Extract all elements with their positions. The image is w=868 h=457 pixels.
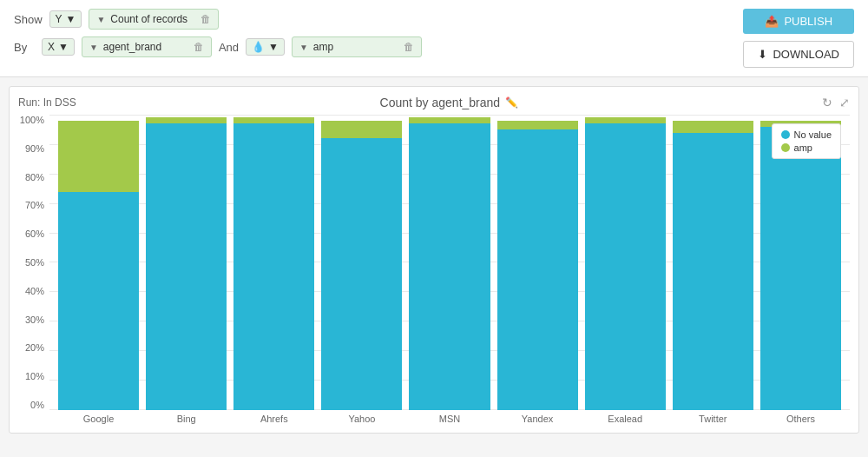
y-field-arrow-icon: ▼: [96, 15, 105, 24]
chart-plot: [49, 115, 850, 410]
y-field-trash-icon[interactable]: 🗑: [201, 13, 211, 25]
y-axis-label: 20%: [25, 342, 44, 353]
y-axis-label: 70%: [25, 200, 44, 210]
publish-label: PUBLISH: [784, 15, 832, 28]
color-icon: 💧: [252, 41, 265, 53]
color-field-label: amp: [313, 41, 333, 53]
y-axis-badge[interactable]: Y ▼: [49, 10, 82, 28]
y-axis-label: 40%: [25, 286, 44, 296]
bar-stack: [409, 117, 490, 410]
bar-stack: [760, 121, 841, 410]
y-axis-label: 60%: [25, 228, 44, 239]
x-axis-label: Others: [760, 414, 841, 424]
legend-label: amp: [794, 142, 812, 153]
bar-group: [760, 115, 841, 410]
bar-group: [409, 115, 490, 410]
bar-group: [58, 115, 139, 410]
publish-icon: 📤: [765, 15, 779, 28]
bar-stack: [233, 117, 314, 410]
bar-stack: [146, 117, 227, 410]
chart-title-area: Count by agent_brand ✏️: [380, 96, 519, 109]
color-arrow-icon: ▼: [268, 41, 279, 53]
chart-area: 100%90%80%70%60%50%40%30%20%10%0% Google…: [18, 115, 850, 424]
y-axis-label: 100%: [20, 115, 44, 125]
x-axis-letter: X: [48, 41, 55, 53]
bar-stack: [321, 121, 402, 410]
x-axis-label: Yandex: [497, 414, 578, 424]
download-button[interactable]: ⬇ DOWNLOAD: [743, 41, 854, 68]
controls-right: 📤 PUBLISH ⬇ DOWNLOAD: [743, 9, 854, 68]
x-axis-label: Twitter: [673, 414, 753, 424]
expand-icon[interactable]: ⤢: [839, 96, 850, 109]
bar-stack: [497, 121, 578, 410]
chart-action-icons: ↻ ⤢: [822, 96, 850, 109]
y-arrow-icon: ▼: [66, 13, 76, 25]
color-field-trash-icon[interactable]: 🗑: [404, 41, 414, 53]
plot-area: GoogleBingAhrefsYahooMSNYandexExaleadTwi…: [49, 115, 850, 424]
bar-segment-green: [673, 121, 753, 133]
bar-segment-blue: [409, 123, 490, 410]
bar-segment-green: [146, 117, 227, 123]
x-field-pill[interactable]: ▼ agent_brand 🗑: [82, 36, 212, 57]
y-field-pill[interactable]: ▼ Count of records 🗑: [89, 9, 219, 30]
color-field-pill[interactable]: ▼ amp 🗑: [292, 36, 422, 57]
chart-container: Run: In DSS Count by agent_brand ✏️ ↻ ⤢ …: [9, 86, 859, 434]
show-row: Show Y ▼ ▼ Count of records 🗑: [14, 9, 733, 30]
legend-dot-blue: [781, 130, 790, 139]
y-axis: 100%90%80%70%60%50%40%30%20%10%0%: [18, 115, 49, 410]
bar-segment-blue: [233, 123, 314, 410]
bar-segment-blue: [760, 127, 841, 410]
bar-segment-green: [321, 121, 402, 138]
bar-group: [233, 115, 314, 410]
legend-label: No value: [794, 129, 832, 140]
y-axis-label: 90%: [25, 143, 44, 154]
bar-stack: [58, 121, 139, 410]
x-axis-label: Exalead: [585, 414, 666, 424]
color-field-arrow-icon: ▼: [299, 43, 308, 52]
bar-stack: [585, 117, 666, 410]
color-axis-badge[interactable]: 💧 ▼: [246, 38, 285, 56]
bar-segment-blue: [673, 133, 753, 410]
chart-title: Count by agent_brand: [380, 96, 501, 109]
controls-left: Show Y ▼ ▼ Count of records 🗑 By X ▼ ▼ a…: [14, 9, 733, 57]
publish-button[interactable]: 📤 PUBLISH: [743, 9, 854, 34]
x-field-arrow-icon: ▼: [89, 43, 98, 52]
bars-wrapper: [49, 115, 850, 410]
bar-segment-green: [409, 117, 490, 123]
bar-segment-blue: [321, 138, 402, 410]
x-arrow-icon: ▼: [58, 41, 69, 53]
legend-item: No value: [781, 129, 832, 140]
bar-segment-blue: [497, 129, 578, 410]
bar-stack: [673, 121, 753, 410]
chart-header: Run: In DSS Count by agent_brand ✏️ ↻ ⤢: [18, 96, 850, 109]
x-axis-label: Google: [58, 414, 139, 424]
bar-segment-blue: [58, 192, 139, 410]
x-field-trash-icon[interactable]: 🗑: [194, 41, 204, 53]
bar-group: [146, 115, 227, 410]
x-axis-label: Ahrefs: [233, 414, 314, 424]
chart-run-label: Run: In DSS: [18, 96, 76, 109]
show-label: Show: [14, 13, 43, 26]
bar-group: [497, 115, 578, 410]
legend-dot-green: [781, 143, 790, 152]
top-controls-panel: Show Y ▼ ▼ Count of records 🗑 By X ▼ ▼ a…: [0, 0, 868, 77]
x-axis-badge[interactable]: X ▼: [42, 38, 75, 56]
x-axis-label: MSN: [409, 414, 490, 424]
refresh-icon[interactable]: ↻: [822, 96, 832, 109]
y-field-label: Count of records: [110, 13, 187, 25]
x-labels: GoogleBingAhrefsYahooMSNYandexExaleadTwi…: [49, 410, 850, 424]
bar-group: [321, 115, 402, 410]
by-row: By X ▼ ▼ agent_brand 🗑 And 💧 ▼ ▼ amp 🗑: [14, 36, 733, 57]
bar-segment-green: [497, 121, 578, 129]
x-field-label: agent_brand: [103, 41, 161, 53]
download-label: DOWNLOAD: [773, 48, 839, 61]
by-label: By: [14, 41, 35, 54]
bar-group: [673, 115, 753, 410]
x-axis-label: Bing: [146, 414, 227, 424]
edit-title-icon[interactable]: ✏️: [505, 96, 518, 109]
y-axis-label: 30%: [25, 315, 44, 325]
bar-segment-green: [233, 117, 314, 123]
chart-legend: No valueamp: [772, 123, 841, 159]
y-axis-letter: Y: [56, 13, 62, 25]
download-icon: ⬇: [758, 48, 767, 61]
